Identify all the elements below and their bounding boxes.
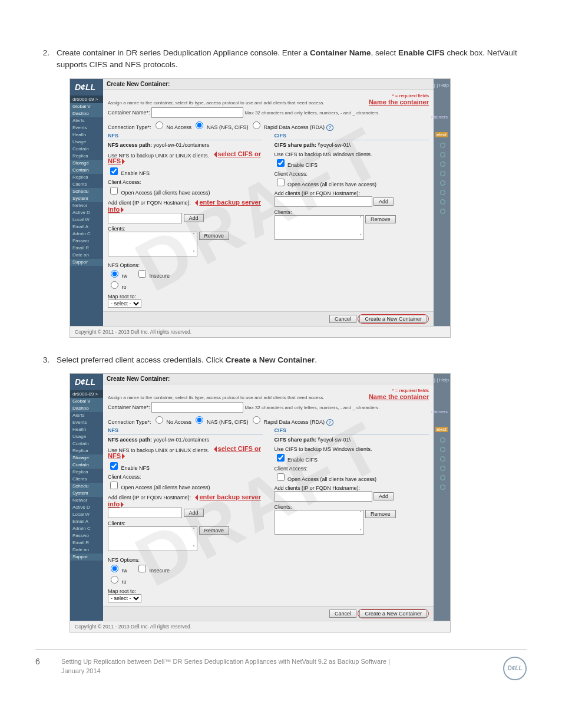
- sidebar-item[interactable]: Suppor: [70, 259, 103, 266]
- nfs-open-access-checkbox[interactable]: Open Access (all clients have access): [108, 190, 210, 196]
- sidebar-item[interactable]: Email R: [70, 539, 103, 546]
- sidebar-item[interactable]: Admin C: [70, 230, 103, 238]
- nfs-maproot-select[interactable]: - select -: [108, 594, 141, 602]
- cifs-open-access-checkbox[interactable]: Open Access (all clients have access): [275, 476, 377, 482]
- cifs-clients-listbox[interactable]: ˄˅: [275, 510, 364, 535]
- status-dot-icon: [440, 209, 445, 214]
- nfs-insecure-checkbox[interactable]: Insecure: [136, 568, 170, 574]
- cifs-path: \\yoyol-sw-01\: [318, 142, 351, 148]
- nfs-insecure-checkbox[interactable]: Insecure: [136, 273, 170, 279]
- sidebar-item[interactable]: Local W: [70, 216, 103, 223]
- nfs-add-client-input[interactable]: [108, 508, 182, 518]
- sidebar-item[interactable]: Contain: [70, 462, 103, 469]
- help-link[interactable]: ) | Help: [434, 83, 449, 88]
- sidebar-item[interactable]: Email A: [70, 223, 103, 230]
- cifs-clients-listbox[interactable]: ˄˅: [275, 215, 364, 240]
- sidebar-item[interactable]: Networ: [70, 202, 103, 209]
- container-name-input[interactable]: [151, 107, 243, 118]
- sidebar-item[interactable]: Replica: [70, 153, 103, 160]
- dialog-title: Create New Container:: [103, 79, 434, 90]
- sidebar-item[interactable]: Schedu: [70, 188, 103, 195]
- nfs-rw-radio[interactable]: rw: [108, 568, 127, 574]
- sidebar-item[interactable]: Dashbo: [70, 405, 103, 412]
- nfs-remove-button[interactable]: Remove: [199, 526, 230, 535]
- cifs-add-client-input[interactable]: [275, 196, 372, 207]
- help-icon[interactable]: ?: [326, 124, 333, 131]
- nfs-open-access-checkbox[interactable]: Open Access (all clients have access): [108, 485, 210, 490]
- sidebar-item[interactable]: Contain: [70, 167, 103, 174]
- cifs-remove-button[interactable]: Remove: [365, 510, 396, 518]
- radio-no-access[interactable]: No Access: [153, 124, 191, 130]
- sidebar-item[interactable]: System: [70, 490, 103, 497]
- step-3-number: 3.: [35, 354, 49, 366]
- sidebar-item[interactable]: Alerts: [70, 117, 103, 124]
- sidebar-item[interactable]: Contain: [70, 146, 103, 153]
- cifs-add-client-input[interactable]: [275, 491, 372, 502]
- sidebar-item[interactable]: Clients: [70, 181, 103, 188]
- cancel-button[interactable]: Cancel: [329, 315, 356, 323]
- create-container-button[interactable]: Create a New Container: [359, 315, 427, 323]
- sidebar-item[interactable]: Schedu: [70, 483, 103, 490]
- enable-cifs-checkbox[interactable]: Enable CIFS: [275, 162, 318, 168]
- nfs-remove-button[interactable]: Remove: [199, 232, 230, 240]
- sidebar-item[interactable]: Health: [70, 426, 103, 433]
- sidebar-item[interactable]: Active D: [70, 504, 103, 511]
- radio-nas[interactable]: NAS (NFS, CIFS): [193, 124, 248, 130]
- sidebar-item[interactable]: Admin C: [70, 525, 103, 532]
- help-link[interactable]: ) | Help: [434, 377, 449, 383]
- nfs-clients-listbox[interactable]: ˄˅: [108, 526, 197, 551]
- radio-nas[interactable]: NAS (NFS, CIFS): [193, 419, 248, 425]
- sidebar-item[interactable]: Replica: [70, 174, 103, 181]
- sidebar-item[interactable]: Events: [70, 124, 103, 131]
- nfs-maproot-select[interactable]: - select -: [108, 299, 141, 308]
- copyright: Copyright © 2011 - 2013 Dell Inc. All ri…: [70, 326, 450, 337]
- sidebar-item[interactable]: Email A: [70, 518, 103, 525]
- sidebar-item[interactable]: Clients: [70, 476, 103, 483]
- nfs-add-button[interactable]: Add: [184, 509, 204, 517]
- sidebar-item[interactable]: Global V: [70, 398, 103, 405]
- sidebar-item[interactable]: Health: [70, 131, 103, 139]
- nfs-ro-radio[interactable]: ro: [108, 284, 127, 290]
- sidebar-item[interactable]: Storage: [70, 454, 103, 462]
- radio-no-access[interactable]: No Access: [153, 419, 191, 425]
- radio-rda[interactable]: Rapid Data Access (RDA): [250, 124, 325, 130]
- nfs-rw-radio[interactable]: rw: [108, 273, 127, 279]
- cifs-add-button[interactable]: Add: [373, 492, 394, 500]
- enable-nfs-checkbox[interactable]: Enable NFS: [108, 170, 150, 176]
- nfs-add-button[interactable]: Add: [184, 214, 204, 222]
- sidebar-item[interactable]: Email R: [70, 245, 103, 252]
- sidebar-item[interactable]: Date an: [70, 252, 103, 259]
- nfs-add-client-input[interactable]: [108, 213, 182, 223]
- sidebar-item[interactable]: Dashbo: [70, 110, 103, 117]
- sidebar-item[interactable]: Global V: [70, 103, 103, 110]
- cifs-add-button[interactable]: Add: [373, 197, 394, 206]
- sidebar-item[interactable]: Storage: [70, 160, 103, 167]
- sidebar-item[interactable]: Active D: [70, 209, 103, 216]
- sidebar-item[interactable]: Alerts: [70, 412, 103, 419]
- sidebar-item[interactable]: Date an: [70, 546, 103, 554]
- sidebar-item[interactable]: Passwo: [70, 532, 103, 539]
- sidebar-item[interactable]: Contain: [70, 440, 103, 447]
- sidebar-item[interactable]: Networ: [70, 497, 103, 504]
- cancel-button[interactable]: Cancel: [329, 610, 356, 618]
- sidebar-item[interactable]: Usage: [70, 433, 103, 440]
- help-icon[interactable]: ?: [326, 419, 333, 426]
- cifs-path-label: CIFS share path:: [275, 142, 317, 148]
- sidebar-item[interactable]: Replica: [70, 469, 103, 476]
- nfs-clients-listbox[interactable]: ˄˅: [108, 232, 197, 256]
- container-name-input[interactable]: [151, 402, 243, 413]
- sidebar-item[interactable]: System: [70, 195, 103, 202]
- sidebar-item[interactable]: Suppor: [70, 554, 103, 561]
- cifs-open-access-checkbox[interactable]: Open Access (all clients have access): [275, 182, 377, 187]
- nfs-ro-radio[interactable]: ro: [108, 579, 127, 585]
- enable-cifs-checkbox[interactable]: Enable CIFS: [275, 457, 318, 463]
- sidebar-item[interactable]: Local W: [70, 511, 103, 518]
- enable-nfs-checkbox[interactable]: Enable NFS: [108, 465, 150, 471]
- cifs-remove-button[interactable]: Remove: [365, 215, 396, 223]
- create-container-button[interactable]: Create a New Container: [359, 610, 427, 618]
- sidebar-item[interactable]: Replica: [70, 447, 103, 454]
- sidebar-item[interactable]: Usage: [70, 139, 103, 146]
- sidebar-item[interactable]: Events: [70, 419, 103, 426]
- radio-rda[interactable]: Rapid Data Access (RDA): [250, 419, 325, 425]
- sidebar-item[interactable]: Passwo: [70, 238, 103, 245]
